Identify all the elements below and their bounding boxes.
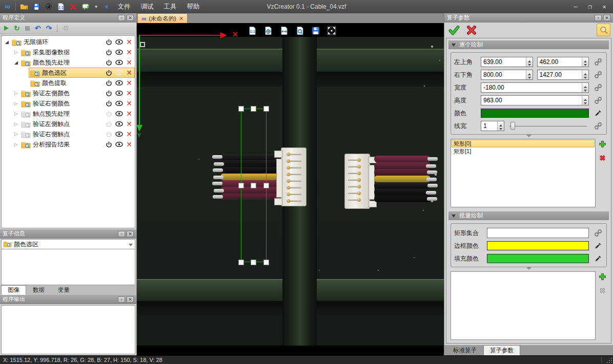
info-tab[interactable]: 数据 xyxy=(26,285,51,295)
link-icon[interactable] xyxy=(593,71,603,79)
remove-shape-icon[interactable] xyxy=(599,154,606,163)
selection-handle[interactable] xyxy=(263,106,269,112)
tree-row-body[interactable]: 颜色选区 ✕ xyxy=(29,68,135,78)
linewidth-slider[interactable] xyxy=(508,121,588,131)
selection-handle[interactable] xyxy=(251,106,256,112)
delete-x-icon[interactable]: ✕ xyxy=(125,89,133,97)
rect-set-input[interactable] xyxy=(487,228,589,238)
link-icon[interactable] xyxy=(593,229,603,237)
power-toggle-icon[interactable] xyxy=(105,110,113,118)
fit-width-icon[interactable] xyxy=(279,26,289,35)
delete-x-icon[interactable]: ✕ xyxy=(125,38,133,46)
power-toggle-icon[interactable] xyxy=(105,120,113,128)
visibility-eye-icon[interactable] xyxy=(115,79,123,87)
power-toggle-icon[interactable] xyxy=(105,89,113,97)
selection-handle[interactable] xyxy=(238,260,244,265)
magnifier-icon[interactable] xyxy=(597,24,610,36)
tree-row[interactable]: 颜色提取 ✕ xyxy=(2,78,135,88)
eyedropper-icon[interactable] xyxy=(593,110,603,117)
delete-x-icon[interactable]: ✕ xyxy=(125,48,133,56)
delete-x-icon[interactable]: ✕ xyxy=(125,69,133,77)
eyedropper-icon[interactable] xyxy=(593,255,603,262)
panel-float-button[interactable]: ▫ xyxy=(118,296,125,303)
delete-x-icon[interactable]: ✕ xyxy=(125,120,133,128)
tree-expand-arrow[interactable] xyxy=(13,142,19,147)
info-tab[interactable]: 图像 xyxy=(1,285,26,295)
menu-file[interactable]: 文件 xyxy=(112,3,135,11)
batch-shape-list[interactable] xyxy=(451,271,596,340)
link-icon[interactable] xyxy=(593,83,603,92)
tree-row-body[interactable]: 颜色预先处理 ✕ xyxy=(19,57,135,68)
maximize-button[interactable]: ❐ xyxy=(583,2,597,11)
shape-list[interactable]: 矩形[0] 矩形[1] xyxy=(451,139,596,207)
tree-row-body[interactable]: 无限循环 ✕ xyxy=(10,37,135,47)
tree-row[interactable]: 颜色选区 ✕ xyxy=(2,68,135,78)
tree-row-body[interactable]: 验证左侧触点 ✕ xyxy=(19,119,135,129)
pan-icon[interactable] xyxy=(263,26,273,35)
panel-close-button[interactable]: ✕ xyxy=(127,231,134,237)
visibility-eye-icon[interactable] xyxy=(115,48,123,56)
panel-float-button[interactable]: ▫ xyxy=(595,15,602,21)
link-icon[interactable] xyxy=(593,96,603,104)
power-toggle-icon[interactable] xyxy=(105,48,113,56)
topleft-y-spinner[interactable] xyxy=(537,57,589,67)
section-header-batch-draw[interactable]: 批量绘制 xyxy=(448,211,609,220)
tree-row[interactable]: 颜色预先处理 ✕ xyxy=(2,57,135,68)
power-toggle-icon[interactable] xyxy=(105,130,113,138)
visibility-eye-icon[interactable] xyxy=(115,110,123,118)
tree-expand-arrow[interactable] xyxy=(13,111,19,116)
selection-handle[interactable] xyxy=(251,183,256,188)
delete-icon[interactable] xyxy=(68,2,78,12)
visibility-eye-icon[interactable] xyxy=(115,89,123,97)
shape-list-item[interactable]: 矩形[1] xyxy=(452,147,595,155)
power-toggle-icon[interactable] xyxy=(105,79,113,87)
run-icon[interactable] xyxy=(4,26,9,31)
linewidth-spinner[interactable] xyxy=(481,121,504,131)
fill-color-swatch[interactable] xyxy=(487,254,589,263)
resize-grip[interactable] xyxy=(606,357,612,363)
delete-x-icon[interactable]: ✕ xyxy=(125,99,133,108)
delete-x-icon[interactable]: ✕ xyxy=(125,140,133,148)
bottomright-x-spinner[interactable] xyxy=(481,70,533,80)
tree-expand-arrow[interactable] xyxy=(4,39,10,45)
zoom-1to1-icon[interactable]: 1:1 xyxy=(248,26,257,35)
tree-row[interactable]: 验证左侧颜色 ✕ xyxy=(2,88,135,98)
fullscreen-icon[interactable] xyxy=(327,26,336,35)
tree-expand-arrow[interactable] xyxy=(13,132,19,137)
power-toggle-icon[interactable] xyxy=(105,38,113,46)
menu-tools[interactable]: 工具 xyxy=(158,3,181,11)
power-toggle-icon[interactable] xyxy=(105,99,113,108)
menu-help[interactable]: 帮助 xyxy=(181,3,205,11)
tree-row[interactable]: 验证右侧颜色 ✕ xyxy=(2,98,135,109)
collapse-icon[interactable] xyxy=(101,2,111,12)
dropdown-caret-icon[interactable]: ▾ xyxy=(93,2,99,12)
tree-expand-arrow[interactable] xyxy=(13,91,19,96)
comment-icon[interactable] xyxy=(80,2,91,12)
panel-float-button[interactable]: ▫ xyxy=(118,231,125,237)
selection-handle[interactable] xyxy=(263,183,269,188)
shape-list-item[interactable]: 矩形[0] xyxy=(452,140,595,147)
tree-row[interactable]: 验证右侧触点 ✕ xyxy=(2,129,135,139)
tree-expand-arrow[interactable] xyxy=(13,121,19,126)
tree-row-body[interactable]: 验证右侧颜色 ✕ xyxy=(19,98,135,109)
eyedropper-icon[interactable] xyxy=(593,242,603,249)
tree-row-body[interactable]: 颜色提取 ✕ xyxy=(29,78,135,88)
panel-close-button[interactable]: ✕ xyxy=(127,15,134,21)
menu-debug[interactable]: 调试 xyxy=(135,3,158,11)
tree-row[interactable]: 验证左侧触点 ✕ xyxy=(2,119,135,129)
tree-expand-arrow[interactable] xyxy=(13,50,19,55)
bottomright-y-spinner[interactable] xyxy=(537,70,589,80)
apply-check-icon[interactable] xyxy=(448,25,460,36)
operator-select-combo[interactable]: 颜色选区 xyxy=(1,239,135,249)
panel-close-button[interactable]: ✕ xyxy=(127,296,134,303)
line-color-swatch[interactable] xyxy=(481,109,589,118)
tree-row[interactable]: 分析报告结果 ✕ xyxy=(2,139,135,149)
open-folder-icon[interactable] xyxy=(19,2,29,12)
delete-x-icon[interactable]: ✕ xyxy=(125,110,133,118)
image-viewport[interactable]: × Y 1:1 xyxy=(137,23,444,355)
loop-icon[interactable]: ↻ xyxy=(14,24,20,32)
tab-close-icon[interactable]: ✕ xyxy=(179,15,183,22)
params-tab[interactable]: 算子参数 xyxy=(483,345,520,355)
panel-float-button[interactable]: ▫ xyxy=(118,15,125,21)
tree-row[interactable]: 无限循环 ✕ xyxy=(2,37,135,47)
